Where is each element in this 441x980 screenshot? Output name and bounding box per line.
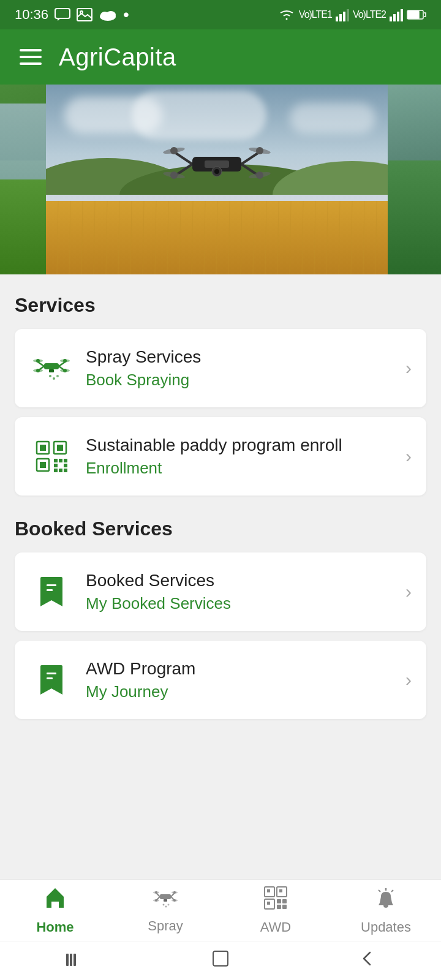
svg-rect-90: [64, 464, 67, 467]
svg-rect-7: [339, 14, 342, 21]
svg-rect-8: [343, 12, 345, 21]
nav-home-label: Home: [36, 919, 74, 935]
svg-rect-97: [47, 589, 53, 591]
awd-program-text: AWD Program My Journey: [74, 659, 398, 701]
svg-rect-118: [267, 889, 270, 892]
home-icon: [43, 886, 67, 916]
svg-point-112: [173, 899, 176, 902]
svg-point-79: [56, 375, 59, 377]
cloud-icon: [99, 8, 117, 21]
svg-point-116: [168, 903, 170, 905]
svg-rect-120: [279, 889, 282, 892]
svg-rect-83: [57, 445, 63, 451]
nav-spray[interactable]: Spray: [110, 880, 221, 941]
svg-rect-85: [40, 462, 46, 468]
svg-rect-126: [282, 905, 287, 909]
svg-point-73: [63, 359, 67, 363]
drone-image: [162, 134, 272, 197]
spray-services-title: Spray Services: [86, 347, 398, 367]
status-time: 10:36: [15, 7, 48, 23]
nav-items: Home: [0, 880, 441, 941]
updates-nav-icon: [374, 886, 398, 916]
paddy-program-subtitle: Enrollment: [86, 459, 398, 478]
svg-line-48: [241, 152, 260, 164]
svg-point-115: [165, 905, 167, 907]
svg-rect-93: [64, 469, 67, 472]
booked-services-card[interactable]: Booked Services My Booked Services ›: [15, 552, 426, 631]
svg-rect-81: [40, 445, 46, 451]
svg-line-129: [391, 890, 393, 892]
svg-line-101: [171, 893, 175, 897]
wifi-icon: [278, 8, 295, 21]
svg-rect-76: [49, 369, 54, 372]
svg-point-59: [170, 147, 178, 154]
svg-rect-104: [160, 894, 171, 899]
image-icon: [77, 8, 92, 21]
lte2-text: Vo)LTE2: [353, 9, 386, 20]
svg-point-54: [214, 169, 219, 174]
back-button[interactable]: [358, 949, 377, 973]
status-bar: 10:36 • Vo)LTE1 Vo)LTE2: [0, 0, 441, 29]
bookmark-booked-icon: [29, 570, 74, 614]
paddy-chevron-icon: ›: [398, 446, 412, 467]
signal2-icon: [390, 8, 403, 21]
svg-rect-89: [54, 464, 58, 467]
svg-rect-86: [54, 459, 58, 462]
svg-point-5: [106, 11, 116, 18]
svg-rect-88: [64, 459, 67, 462]
svg-rect-12: [397, 12, 399, 21]
svg-point-114: [163, 903, 165, 905]
svg-point-75: [63, 369, 67, 372]
svg-rect-113: [164, 899, 167, 902]
svg-rect-9: [347, 9, 349, 21]
battery-icon: [407, 9, 426, 20]
carousel: [0, 85, 441, 274]
svg-point-18: [273, 161, 388, 195]
svg-rect-98: [47, 673, 56, 674]
svg-rect-130: [66, 954, 69, 966]
svg-line-64: [59, 362, 65, 366]
svg-line-47: [174, 152, 192, 164]
awd-chevron-icon: ›: [398, 669, 412, 690]
bookmark-awd-icon: [29, 658, 74, 702]
home-circle-button[interactable]: [211, 949, 230, 973]
nav-awd[interactable]: AWD: [221, 880, 331, 941]
svg-rect-132: [74, 954, 76, 966]
app-title: AgriCapita: [59, 43, 176, 71]
svg-rect-6: [336, 17, 338, 21]
spray-services-card[interactable]: Spray Services Book Spraying ›: [15, 329, 426, 407]
svg-point-77: [49, 375, 51, 377]
paddy-program-title: Sustainable paddy program enroll: [86, 435, 398, 455]
svg-point-72: [36, 359, 40, 363]
spray-chevron-icon: ›: [398, 358, 412, 379]
qr-code-icon: [29, 434, 74, 478]
paddy-program-text: Sustainable paddy program enroll Enrollm…: [74, 435, 398, 478]
lte1-text: Vo)LTE1: [299, 9, 332, 20]
svg-rect-87: [59, 459, 62, 462]
awd-program-card[interactable]: AWD Program My Journey ›: [15, 641, 426, 719]
nav-home[interactable]: Home: [0, 880, 110, 941]
svg-rect-0: [55, 9, 70, 18]
signal1-icon: [336, 8, 349, 21]
services-section: Services: [15, 294, 426, 496]
awd-program-subtitle: My Journey: [86, 682, 398, 701]
recent-apps-button[interactable]: [64, 949, 83, 973]
svg-point-78: [53, 377, 55, 380]
svg-rect-123: [277, 899, 281, 903]
svg-rect-131: [70, 954, 72, 966]
booked-services-section: Booked Services Booked Services My Booke…: [15, 518, 426, 719]
dot-icon: •: [123, 5, 129, 24]
paddy-program-card[interactable]: Sustainable paddy program enroll Enrollm…: [15, 417, 426, 496]
svg-rect-92: [54, 469, 58, 472]
spray-services-text: Spray Services Book Spraying: [74, 347, 398, 390]
svg-rect-99: [47, 677, 53, 679]
menu-button[interactable]: [20, 49, 42, 65]
svg-rect-10: [390, 17, 392, 21]
spray-services-subtitle: Book Spraying: [86, 371, 398, 390]
svg-point-110: [173, 891, 176, 894]
carousel-item-left: [0, 85, 46, 274]
svg-rect-96: [47, 584, 56, 586]
services-title: Services: [15, 294, 426, 317]
svg-rect-91: [59, 469, 62, 472]
nav-updates[interactable]: Updates: [331, 880, 441, 941]
